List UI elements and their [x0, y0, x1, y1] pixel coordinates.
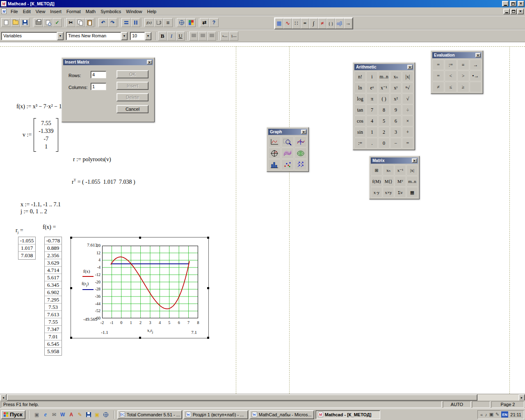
insert-matrix-dialog[interactable]: Insert Matrix × Rows: Columns: OK Insert…: [62, 57, 155, 122]
evaluation-key[interactable]: =: [432, 59, 444, 70]
arithmetic-key[interactable]: ×: [402, 116, 413, 126]
insert-unit-button[interactable]: [154, 18, 163, 27]
matrix-palette-close-button[interactable]: ×: [412, 158, 417, 163]
task-button-word-document-1[interactable]: W Розділ 1 (вступ+лаб) - ...: [183, 410, 248, 419]
matrix-key[interactable]: m..n: [406, 176, 418, 187]
task-button-mathcad[interactable]: M Mathcad - [К_МЕТОД]: [315, 410, 380, 419]
arithmetic-palette-close-button[interactable]: ×: [407, 65, 413, 69]
underline-button[interactable]: U: [176, 32, 185, 41]
bullet-list-button[interactable]: •—: [220, 32, 229, 41]
menu-item[interactable]: View: [33, 8, 48, 15]
font-size-combo[interactable]: 10 ▼: [130, 32, 151, 40]
scrollbar-thumb[interactable]: [7, 394, 477, 401]
menu-item[interactable]: Symbolics: [98, 8, 123, 15]
cut-button[interactable]: ✂: [66, 18, 75, 27]
resize-handle[interactable]: [139, 337, 141, 339]
evaluation-key[interactable]: >: [457, 71, 469, 81]
xy-plot-button[interactable]: [268, 136, 281, 147]
3d-scatter-plot-button[interactable]: [281, 159, 294, 170]
close-button[interactable]: ×: [518, 1, 524, 7]
arithmetic-key[interactable]: 4: [366, 116, 378, 126]
matrix-key[interactable]: ⊞: [371, 165, 382, 176]
new-button[interactable]: [1, 18, 11, 27]
arithmetic-key[interactable]: |x|: [402, 71, 413, 82]
matrix-palette-button[interactable]: ∷: [292, 18, 301, 29]
menu-item[interactable]: Insert: [48, 8, 64, 15]
mathconnex-button[interactable]: ⇄: [200, 18, 209, 27]
programming-palette-button[interactable]: { }: [326, 18, 335, 29]
arithmetic-key[interactable]: 2: [378, 127, 390, 137]
matrix-key[interactable]: x×y: [383, 187, 394, 198]
numbered-list-button[interactable]: 1—: [229, 32, 238, 41]
arithmetic-key[interactable]: 3: [390, 127, 402, 137]
evaluation-key[interactable]: <: [445, 71, 457, 81]
menu-item[interactable]: Help: [144, 8, 159, 15]
resize-handle[interactable]: [207, 237, 209, 239]
arithmetic-key[interactable]: −: [390, 138, 402, 148]
f-table-label[interactable]: f(x) =: [43, 224, 56, 231]
bold-button[interactable]: B: [158, 32, 167, 41]
arithmetic-key[interactable]: xʸ: [390, 82, 402, 93]
evaluation-key[interactable]: ≤: [445, 82, 457, 92]
undo-button[interactable]: ↶: [98, 18, 108, 27]
arithmetic-key[interactable]: 8: [378, 105, 390, 115]
evaluation-palette-close-button[interactable]: ×: [475, 53, 481, 57]
cancel-button[interactable]: Cancel: [116, 105, 148, 113]
arithmetic-key[interactable]: n!: [354, 71, 366, 82]
acrobat-icon[interactable]: A: [68, 411, 75, 418]
italic-button[interactable]: I: [167, 32, 176, 41]
show-desktop-icon[interactable]: ▣: [33, 411, 41, 418]
vector-field-plot-button[interactable]: [294, 159, 307, 170]
font-combo[interactable]: Times New Roman ▼: [66, 32, 128, 40]
arithmetic-key[interactable]: i: [366, 71, 378, 82]
resize-handle[interactable]: [139, 237, 141, 239]
copy-button[interactable]: [75, 18, 85, 27]
tray-expand-icon[interactable]: «: [480, 412, 483, 417]
arithmetic-key[interactable]: ( ): [378, 94, 390, 104]
polar-plot-button[interactable]: [268, 148, 281, 159]
evaluation-key[interactable]: •→: [470, 71, 482, 81]
arithmetic-key[interactable]: x²: [390, 94, 402, 104]
open-button[interactable]: [11, 18, 20, 27]
worksheet[interactable]: f(x) := x³ − 7·x² − 1.3 v := 7.55-1.339-…: [0, 42, 525, 394]
zoom-button[interactable]: [281, 136, 294, 147]
tray-icon[interactable]: ▣: [489, 412, 493, 417]
columns-input[interactable]: [91, 83, 106, 90]
equation-j-range[interactable]: j := 0, 1 .. 2: [21, 208, 47, 215]
align-left-button[interactable]: [189, 32, 198, 41]
mail-icon[interactable]: ✉: [50, 411, 58, 418]
arithmetic-key[interactable]: 1: [366, 127, 378, 137]
arithmetic-key[interactable]: :=: [354, 138, 366, 148]
check-spelling-button[interactable]: ✓: [52, 18, 62, 27]
matrix-key[interactable]: Mᵀ: [395, 176, 406, 187]
graph-palette-close-button[interactable]: ×: [301, 130, 306, 134]
symbolic-palette-button[interactable]: →: [344, 18, 352, 29]
scrollbar-track[interactable]: [7, 394, 518, 400]
resize-handle[interactable]: [70, 287, 72, 289]
menu-item[interactable]: Math: [83, 8, 98, 15]
mdi-close-button[interactable]: ×: [517, 9, 524, 14]
matrix-key[interactable]: ▦: [406, 187, 418, 198]
equation-x-range[interactable]: x := -1.1, -1 .. 7.1: [21, 201, 61, 208]
menu-item[interactable]: Window: [123, 8, 144, 15]
print-button[interactable]: [34, 18, 43, 27]
menu-item[interactable]: File: [8, 8, 21, 15]
matrix-key[interactable]: x·y: [371, 187, 382, 198]
calculator-palette-button[interactable]: ▦: [275, 18, 283, 29]
tray-icon[interactable]: ♪: [485, 412, 487, 417]
paste-button[interactable]: [85, 18, 94, 27]
arithmetic-key[interactable]: =: [402, 138, 413, 148]
clock[interactable]: 21:11: [510, 412, 521, 417]
arithmetic-palette-window[interactable]: Arithmetic × n!im..nxₙ|x|lneˣx⁻¹xʸⁿ√logπ…: [353, 62, 415, 150]
matrix-key[interactable]: Σv: [395, 187, 406, 198]
scroll-left-button[interactable]: ◄: [0, 394, 7, 401]
arithmetic-key[interactable]: x⁻¹: [378, 82, 390, 93]
evaluation-palette-title-bar[interactable]: Evaluation ×: [432, 52, 482, 58]
arithmetic-key[interactable]: π: [366, 94, 378, 104]
x-axis-min-label[interactable]: -1.1: [96, 330, 114, 335]
help-button[interactable]: ?: [209, 18, 219, 27]
style-dropdown-button[interactable]: ▼: [57, 32, 64, 40]
arithmetic-key[interactable]: sin: [354, 127, 366, 137]
matrix-key[interactable]: f(M): [371, 176, 382, 187]
menu-item[interactable]: Format: [64, 8, 83, 15]
